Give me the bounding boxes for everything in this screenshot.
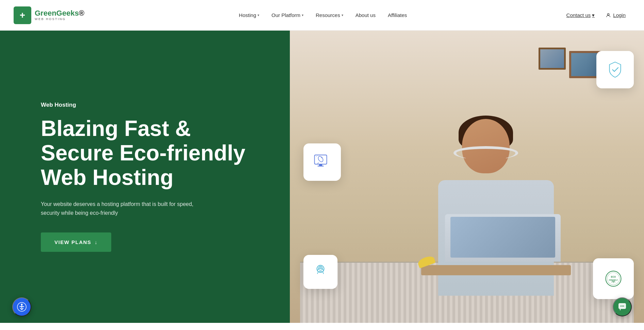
person-body (438, 180, 554, 296)
rocket-icon (312, 152, 332, 172)
person-figure (428, 105, 557, 296)
svg-rect-4 (317, 166, 324, 167)
laptop (445, 214, 561, 262)
hero-section: Web Hosting Blazing Fast & Secure Eco-fr… (0, 31, 644, 323)
hero-tag: Web Hosting (41, 102, 272, 108)
svg-point-26 (622, 306, 623, 307)
nav-item-about-us[interactable]: About us (351, 10, 380, 21)
header-right: Contact us ▾ Login (562, 10, 630, 21)
shield-icon (605, 59, 625, 80)
float-card-support (303, 255, 337, 289)
chat-icon (617, 302, 627, 312)
svg-point-13 (606, 271, 621, 286)
support-icon (310, 262, 331, 282)
view-plans-button[interactable]: VIEW PLANS ↓ (41, 232, 111, 252)
svg-point-6 (321, 157, 323, 158)
hero-content: Web Hosting Blazing Fast & Secure Eco-fr… (41, 102, 272, 251)
brand-sub: WEB HOSTING (35, 18, 84, 21)
nav-item-resources[interactable]: Resources ▾ (311, 10, 348, 21)
svg-point-8 (317, 155, 318, 156)
chevron-down-icon: ▾ (302, 13, 303, 17)
hero-description: Your website deserves a hosting platform… (41, 200, 204, 217)
svg-point-27 (623, 306, 624, 307)
chevron-down-icon: ▾ (342, 13, 343, 17)
laptop-screen (450, 217, 555, 258)
user-icon (606, 13, 611, 18)
logo-text: GreenGeeks® WEB HOSTING (35, 10, 84, 21)
arrow-down-icon: ↓ (95, 239, 98, 245)
hero-title: Blazing Fast & Secure Eco-friendly Web H… (41, 117, 272, 190)
live-chat-button[interactable] (613, 297, 632, 316)
svg-text:FRIENDLY: FRIENDLY (609, 279, 618, 281)
nav-item-hosting[interactable]: Hosting ▾ (234, 10, 264, 21)
hero-image-area: ECO FRIENDLY (290, 31, 644, 323)
float-card-shield (596, 51, 634, 88)
eco-friendly-icon: ECO FRIENDLY (603, 268, 624, 289)
login-button[interactable]: Login (601, 10, 630, 21)
float-card-rocket (303, 143, 341, 181)
nav-item-affiliates[interactable]: Affiliates (383, 10, 412, 21)
chevron-down-icon: ▾ (592, 12, 595, 18)
svg-point-0 (608, 13, 609, 15)
header: + GreenGeeks® WEB HOSTING Hosting ▾ Our … (0, 0, 644, 31)
float-card-eco: ECO FRIENDLY (593, 258, 634, 299)
hero-photo: ECO FRIENDLY (290, 31, 644, 323)
chevron-down-icon: ▾ (258, 13, 259, 17)
accessibility-icon (17, 302, 27, 312)
svg-point-7 (316, 156, 317, 157)
brand-name: GreenGeeks® (35, 10, 84, 17)
headphones (453, 146, 518, 160)
wall-art-2 (539, 48, 566, 70)
svg-point-12 (319, 266, 322, 269)
accessibility-button[interactable] (12, 297, 31, 316)
main-nav: Hosting ▾ Our Platform ▾ Resources ▾ Abo… (234, 10, 412, 21)
svg-point-25 (621, 306, 622, 307)
desk (421, 265, 571, 275)
svg-text:ECO: ECO (611, 276, 616, 278)
logo-icon: + (14, 6, 31, 24)
contact-button[interactable]: Contact us ▾ (562, 10, 600, 21)
svg-point-19 (21, 304, 23, 306)
brand-name-green: Green (35, 9, 56, 17)
logo[interactable]: + GreenGeeks® WEB HOSTING (14, 6, 84, 24)
nav-item-our-platform[interactable]: Our Platform ▾ (267, 10, 308, 21)
brand-name-black: Geeks (56, 9, 79, 17)
